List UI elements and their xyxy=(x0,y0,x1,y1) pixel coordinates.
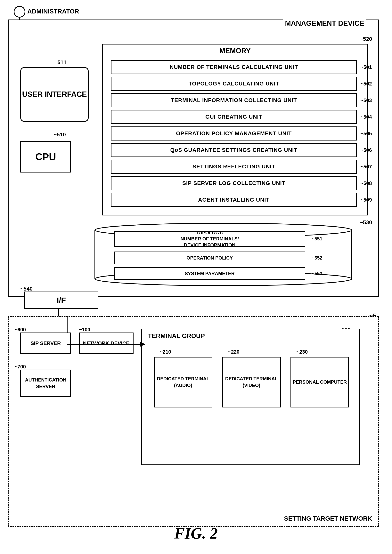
sip-server-box: SIP SERVER xyxy=(20,332,71,354)
management-device-box: MANAGEMENT DEVICE 511 USER INTERFACE ~51… xyxy=(8,20,379,297)
unit-row-1-label: NUMBER OF TERMINALS CALCULATING UNIT xyxy=(170,64,298,70)
unit-ref-5: ~505 xyxy=(360,131,372,137)
unit-row-2-label: TOPOLOGY CALCULATING UNIT xyxy=(189,81,279,87)
storage-item-3-ref: ~553 xyxy=(312,271,322,276)
terminal-2-label: DEDICATED TERMINAL (VIDEO) xyxy=(223,375,280,388)
terminal-1-label: DEDICATED TERMINAL (AUDIO) xyxy=(155,375,212,388)
memory-ref: ~520 xyxy=(360,36,372,42)
network-device-ref: ~100 xyxy=(79,327,90,333)
unit-ref-7: ~507 xyxy=(360,164,372,170)
unit-row-2: TOPOLOGY CALCULATING UNIT ~502 xyxy=(111,77,357,91)
unit-row-4-label: GUI CREATING UNIT xyxy=(205,114,262,120)
auth-server-label: AUTHENTICATION SERVER xyxy=(21,377,70,390)
network-device-label: NETWORK DEVICE xyxy=(83,340,129,346)
diagram: ADMINISTRATOR 500 MANAGEMENT DEVICE 511 … xyxy=(0,0,392,554)
auth-server-box: AUTHENTICATION SERVER xyxy=(20,370,71,397)
terminal-group-box: TERMINAL GROUP ~210 DEDICATED TERMINAL (… xyxy=(141,329,360,465)
unit-row-1: NUMBER OF TERMINALS CALCULATING UNIT ~50… xyxy=(111,60,357,74)
storage-item-2: OPERATION POLICY ~552 xyxy=(114,251,305,264)
fig-label: FIG. 2 xyxy=(174,525,218,542)
unit-ref-8: ~508 xyxy=(360,180,372,186)
storage-item-3-label: SYSTEM PARAMETER xyxy=(185,271,235,276)
network-device-box: NETWORK DEVICE xyxy=(79,332,133,354)
terminal-3-ref: ~230 xyxy=(296,349,308,355)
storage-item-1-label: TOPOLOGY/NUMBER OF TERMINALS/DEVICE INFO… xyxy=(181,230,239,248)
terminal-group-label: TERMINAL GROUP xyxy=(148,332,205,339)
storage-item-2-ref: ~552 xyxy=(312,255,322,261)
terminal-3-label: PERSONAL COMPUTER xyxy=(293,379,347,385)
ui-ref: 511 xyxy=(57,59,67,66)
terminal-2-box: DEDICATED TERMINAL (VIDEO) xyxy=(222,357,281,408)
unit-row-9: AGENT INSTALLING UNIT ~509 xyxy=(111,193,357,207)
sip-server-label: SIP SERVER xyxy=(30,340,61,346)
storage-item-1: TOPOLOGY/NUMBER OF TERMINALS/DEVICE INFO… xyxy=(114,231,305,247)
storage-item-3: SYSTEM PARAMETER ~553 xyxy=(114,267,305,280)
unit-row-9-label: AGENT INSTALLING UNIT xyxy=(198,197,270,203)
user-interface-label: USER INTERFACE xyxy=(22,90,87,99)
memory-label: MEMORY xyxy=(219,47,251,55)
cpu-ref: ~510 xyxy=(54,132,66,138)
unit-row-8-label: SIP SERVER LOG COLLECTING UNIT xyxy=(182,180,285,186)
unit-row-5: OPERATION POLICY MANAGEMENT UNIT ~505 xyxy=(111,126,357,140)
unit-ref-3: ~503 xyxy=(360,97,372,104)
network-box: SETTING TARGET NETWORK ~600 SIP SERVER ~… xyxy=(8,316,379,527)
administrator-label: ADMINISTRATOR xyxy=(27,8,79,15)
unit-ref-9: ~509 xyxy=(360,197,372,203)
unit-ref-4: ~504 xyxy=(360,114,372,120)
network-label: SETTING TARGET NETWORK xyxy=(284,515,372,522)
memory-box: MEMORY NUMBER OF TERMINALS CALCULATING U… xyxy=(102,44,368,215)
unit-row-8: SIP SERVER LOG COLLECTING UNIT ~508 xyxy=(111,176,357,190)
unit-row-3-label: TERMINAL INFORMATION COLLECTING UNIT xyxy=(171,97,297,104)
unit-row-6-label: QoS GUARANTEE SETTINGS CREATING UNIT xyxy=(170,147,298,153)
unit-row-3: TERMINAL INFORMATION COLLECTING UNIT ~50… xyxy=(111,93,357,107)
storage-ref: ~530 xyxy=(360,219,372,226)
if-ref: ~540 xyxy=(20,286,33,292)
unit-ref-1: ~501 xyxy=(360,64,372,70)
cpu-label: CPU xyxy=(35,151,56,163)
unit-row-7: SETTINGS REFLECTING UNIT ~507 xyxy=(111,160,357,174)
auth-server-ref: ~700 xyxy=(14,364,26,370)
terminal-3-box: PERSONAL COMPUTER xyxy=(290,357,349,408)
unit-row-4: GUI CREATING UNIT ~504 xyxy=(111,110,357,124)
unit-row-7-label: SETTINGS REFLECTING UNIT xyxy=(192,164,275,170)
storage-item-1-ref: ~551 xyxy=(312,236,322,242)
unit-row-6: QoS GUARANTEE SETTINGS CREATING UNIT ~50… xyxy=(111,143,357,157)
terminal-1-box: DEDICATED TERMINAL (AUDIO) xyxy=(154,357,212,408)
unit-ref-6: ~506 xyxy=(360,147,372,153)
unit-ref-2: ~502 xyxy=(360,81,372,87)
user-interface-box: USER INTERFACE xyxy=(20,67,89,122)
storage-item-2-label: OPERATION POLICY xyxy=(187,255,233,261)
management-device-label: MANAGEMENT DEVICE xyxy=(283,19,366,28)
sip-server-ref: ~600 xyxy=(14,327,26,333)
if-label: I/F xyxy=(57,296,66,305)
cpu-box: CPU xyxy=(20,141,71,173)
terminal-2-ref: ~220 xyxy=(228,349,239,355)
unit-row-5-label: OPERATION POLICY MANAGEMENT UNIT xyxy=(176,130,292,137)
terminal-1-ref: ~210 xyxy=(160,349,171,355)
stick-head xyxy=(14,6,25,18)
if-box: I/F xyxy=(24,291,98,309)
